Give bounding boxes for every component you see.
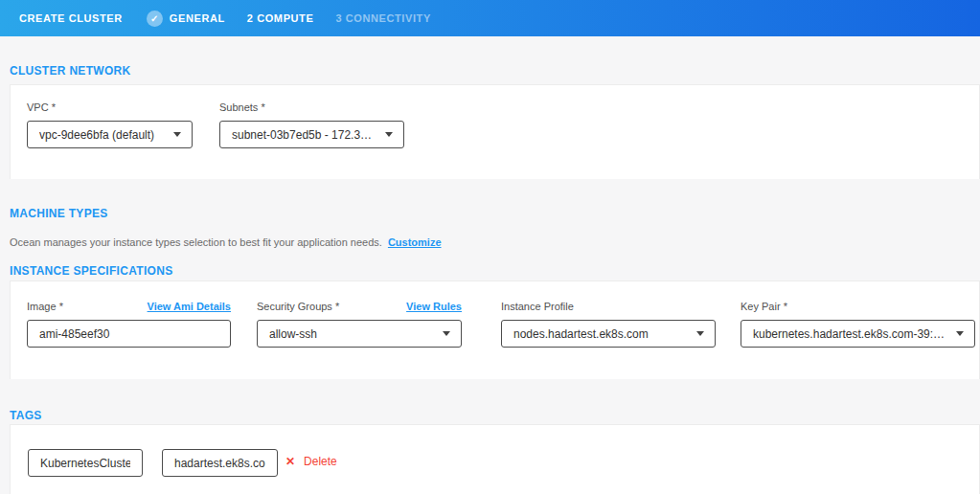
step-connectivity-label: 3 CONNECTIVITY xyxy=(335,12,430,24)
chevron-down-icon xyxy=(385,132,393,137)
image-input[interactable] xyxy=(27,320,231,348)
tag-value-input[interactable] xyxy=(162,449,278,477)
key-pair-field: Key Pair * kubernetes.hadartest.ek8s.com… xyxy=(741,301,975,348)
instance-profile-field: Instance Profile nodes.hadartest.ek8s.co… xyxy=(501,301,716,348)
tag-key-input[interactable] xyxy=(28,449,143,477)
vpc-field: VPC * vpc-9dee6bfa (default) xyxy=(27,101,193,148)
subnets-field: Subnets * subnet-03b7ed5b - 172.31.0.0/2… xyxy=(219,101,404,148)
view-ami-details-link[interactable]: View Ami Details xyxy=(148,301,231,312)
cluster-network-card: VPC * vpc-9dee6bfa (default) Subnets * s… xyxy=(10,84,980,179)
section-title-instance-specifications: INSTANCE SPECIFICATIONS xyxy=(10,264,172,278)
security-groups-field: Security Groups * View Rules allow-ssh xyxy=(257,301,462,348)
key-pair-selected-value: kubernetes.hadartest.ek8s.com-39:84:a5:9… xyxy=(753,327,948,341)
vpc-selected-value: vpc-9dee6bfa (default) xyxy=(39,128,154,142)
key-pair-select[interactable]: kubernetes.hadartest.ek8s.com-39:84:a5:9… xyxy=(741,320,975,348)
chevron-down-icon xyxy=(173,132,181,137)
security-groups-select[interactable]: allow-ssh xyxy=(257,320,462,348)
machine-types-description-text: Ocean manages your instance types select… xyxy=(10,236,382,248)
delete-x-icon: ✕ xyxy=(285,455,295,468)
key-pair-label: Key Pair * xyxy=(741,301,787,312)
instance-profile-label: Instance Profile xyxy=(501,301,574,312)
security-groups-selected-value: allow-ssh xyxy=(269,327,317,341)
instance-specifications-card: Image * View Ami Details Security Groups… xyxy=(10,281,980,379)
chevron-down-icon xyxy=(443,331,450,336)
tags-card: ✕ Delete xyxy=(10,424,980,494)
view-rules-link[interactable]: View Rules xyxy=(406,301,462,312)
delete-tag-label: Delete xyxy=(304,455,337,468)
machine-types-description: Ocean manages your instance types select… xyxy=(10,236,442,248)
image-field: Image * View Ami Details xyxy=(27,301,231,348)
vpc-select[interactable]: vpc-9dee6bfa (default) xyxy=(27,121,193,148)
security-groups-label: Security Groups * xyxy=(257,301,339,312)
tab-compute[interactable]: 2 COMPUTE xyxy=(247,12,314,24)
instance-profile-selected-value: nodes.hadartest.ek8s.com xyxy=(513,327,649,341)
section-title-tags: TAGS xyxy=(10,409,42,422)
image-label: Image * xyxy=(27,301,63,312)
vpc-label: VPC * xyxy=(27,101,56,113)
step-general-label: GENERAL xyxy=(170,12,225,24)
instance-profile-select[interactable]: nodes.hadartest.ek8s.com xyxy=(501,320,716,348)
wizard-header: CREATE CLUSTER ✓ GENERAL 2 COMPUTE 3 CON… xyxy=(0,0,980,36)
page-title: CREATE CLUSTER xyxy=(19,12,123,24)
check-icon: ✓ xyxy=(147,11,163,27)
step-compute-label: 2 COMPUTE xyxy=(247,12,314,24)
subnets-selected-value: subnet-03b7ed5b - 172.31.0.0/20 ... xyxy=(232,128,377,142)
chevron-down-icon xyxy=(956,331,964,336)
section-title-machine-types: MACHINE TYPES xyxy=(10,207,108,220)
chevron-down-icon xyxy=(696,331,704,336)
tab-general[interactable]: ✓ GENERAL xyxy=(147,11,225,27)
section-title-cluster-network: CLUSTER NETWORK xyxy=(10,64,131,78)
delete-tag-button[interactable]: ✕ Delete xyxy=(285,455,337,468)
subnets-select[interactable]: subnet-03b7ed5b - 172.31.0.0/20 ... xyxy=(219,121,404,148)
tab-connectivity[interactable]: 3 CONNECTIVITY xyxy=(335,12,430,24)
subnets-label: Subnets * xyxy=(219,101,265,113)
create-cluster-wizard: CREATE CLUSTER ✓ GENERAL 2 COMPUTE 3 CON… xyxy=(0,0,980,494)
customize-link[interactable]: Customize xyxy=(388,236,442,248)
